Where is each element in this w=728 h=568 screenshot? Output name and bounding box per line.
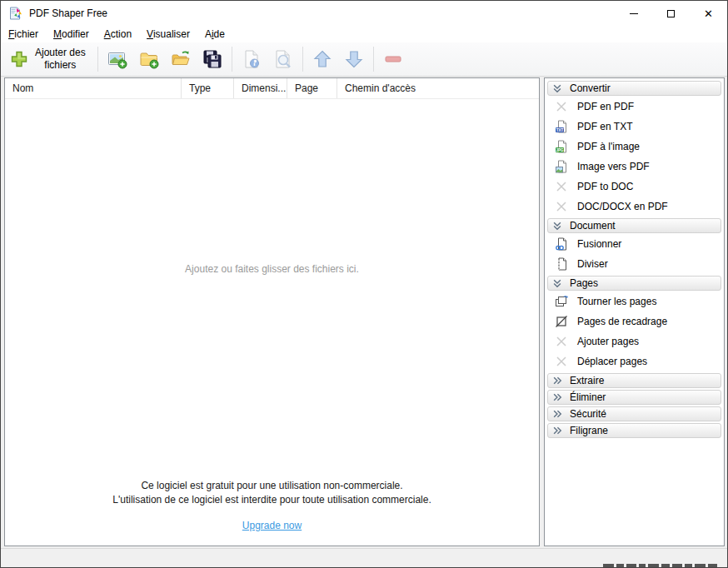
license-notice-line1: Ce logiciel est gratuit pour une utilisa… (5, 479, 539, 493)
license-notice-line2: L'utilisation de ce logiciel est interdi… (5, 493, 539, 507)
remove-file-button[interactable] (383, 49, 403, 69)
section-header-filigrane[interactable]: Filigrane (547, 423, 721, 438)
add-files-label: Ajouter desfichiers (35, 47, 86, 72)
rotate-pages-icon (555, 295, 568, 308)
tool-pdf-en-txt[interactable]: TXT PDF en TXT (546, 117, 723, 137)
tool-pdf-to-doc[interactable]: PDF to DOC (546, 177, 723, 197)
column-header-type[interactable]: Type (182, 78, 234, 98)
cutoff-watermark (603, 564, 717, 567)
title-bar: PDF Shaper Free ✕ (1, 1, 727, 26)
window-controls: ✕ (615, 1, 727, 26)
tool-diviser[interactable]: Diviser (546, 254, 723, 274)
menu-action[interactable]: Action (97, 27, 139, 42)
add-files-button[interactable]: Ajouter desfichiers (4, 45, 94, 73)
menu-fichier[interactable]: Fichier (1, 27, 46, 42)
toolbar-separator (232, 47, 232, 72)
file-list-panel[interactable]: Nom Type Dimensi... Page Chemin d'accès … (4, 77, 540, 546)
section-header-pages[interactable]: Pages (547, 276, 721, 291)
chevron-collapsed-icon (552, 409, 562, 419)
save-button[interactable] (202, 49, 222, 69)
section-header-extraire[interactable]: Extraire (547, 373, 721, 388)
file-table-header: Nom Type Dimensi... Page Chemin d'accès (5, 78, 539, 99)
status-bar (1, 548, 727, 567)
chevron-expanded-icon (552, 83, 562, 93)
add-image-button[interactable] (107, 49, 127, 69)
section-header-eliminer[interactable]: Éliminer (547, 390, 721, 405)
tool-image-vers-pdf[interactable]: Image vers PDF (546, 157, 723, 177)
maximize-icon (667, 10, 675, 17)
disabled-x-icon (555, 200, 568, 213)
disabled-x-icon (555, 100, 568, 113)
disabled-x-icon (555, 180, 568, 193)
column-header-page[interactable]: Page (287, 78, 337, 98)
preview-button[interactable] (273, 49, 293, 69)
tool-pdf-a-l-image[interactable]: JPG PDF à l'image (546, 137, 723, 157)
toolbar-separator (302, 47, 303, 72)
column-header-chemin[interactable]: Chemin d'accès (337, 78, 539, 98)
menu-bar: Fichier Modifier Action Visualiser Aide (1, 26, 727, 42)
svg-text:TXT: TXT (556, 128, 564, 132)
column-header-dimensions[interactable]: Dimensi... (234, 78, 287, 98)
pdf-to-txt-icon: TXT (555, 120, 568, 133)
toolbar: Ajouter desfichiers (1, 42, 727, 77)
toolbar-separator (373, 47, 374, 72)
split-icon (555, 257, 568, 271)
chevron-expanded-icon (552, 221, 562, 231)
tool-deplacer-pages[interactable]: Déplacer pages (546, 351, 723, 371)
pdf-to-image-icon: JPG (555, 140, 568, 153)
chevron-collapsed-icon (552, 426, 562, 436)
chevron-collapsed-icon (552, 376, 562, 386)
disabled-x-icon (555, 355, 568, 368)
toolbar-separator (97, 47, 98, 72)
tools-sidebar: Convertir PDF en PDF TXT PDF en TXT JPG (544, 77, 725, 546)
tool-ajouter-pages[interactable]: Ajouter pages (546, 331, 723, 351)
minimize-button[interactable] (615, 1, 652, 26)
disabled-x-icon (555, 335, 568, 348)
tool-pages-de-recadrage[interactable]: Pages de recadrage (546, 311, 723, 331)
tool-tourner-les-pages[interactable]: Tourner les pages (546, 291, 723, 311)
file-info-button[interactable] (242, 49, 262, 69)
merge-icon (555, 237, 568, 251)
chevron-expanded-icon (552, 278, 562, 288)
menu-modifier[interactable]: Modifier (46, 27, 97, 42)
minimize-icon (630, 13, 638, 14)
close-icon: ✕ (704, 8, 713, 19)
column-header-nom[interactable]: Nom (5, 78, 182, 98)
window-title: PDF Shaper Free (29, 7, 107, 19)
section-header-convertir[interactable]: Convertir (547, 81, 721, 96)
move-up-button[interactable] (312, 49, 332, 69)
app-logo-icon (9, 7, 22, 20)
maximize-button[interactable] (652, 1, 690, 26)
section-header-document[interactable]: Document (547, 218, 721, 233)
app-window: PDF Shaper Free ✕ Fichier Modifier Actio… (0, 0, 728, 568)
open-folder-button[interactable] (171, 49, 191, 69)
drop-files-hint: Ajoutez ou faites glisser des fichiers i… (5, 263, 539, 275)
menu-visualiser[interactable]: Visualiser (139, 27, 197, 42)
close-button[interactable]: ✕ (690, 1, 727, 26)
plus-icon (9, 49, 29, 69)
tool-doc-docx-en-pdf[interactable]: DOC/DOCX en PDF (546, 197, 723, 217)
tool-fusionner[interactable]: Fusionner (546, 234, 723, 254)
svg-text:JPG: JPG (556, 148, 564, 152)
chevron-collapsed-icon (552, 392, 562, 402)
image-to-pdf-icon (555, 160, 568, 173)
section-header-securite[interactable]: Sécurité (547, 406, 721, 421)
crop-pages-icon (555, 315, 568, 328)
menu-aide[interactable]: Aide (197, 27, 232, 42)
move-down-button[interactable] (344, 49, 364, 69)
upgrade-now-link[interactable]: Upgrade now (242, 520, 302, 531)
content-area: Nom Type Dimensi... Page Chemin d'accès … (1, 77, 727, 548)
license-notice: Ce logiciel est gratuit pour une utilisa… (5, 479, 539, 507)
add-folder-button[interactable] (139, 49, 159, 69)
tool-pdf-en-pdf[interactable]: PDF en PDF (546, 97, 723, 117)
